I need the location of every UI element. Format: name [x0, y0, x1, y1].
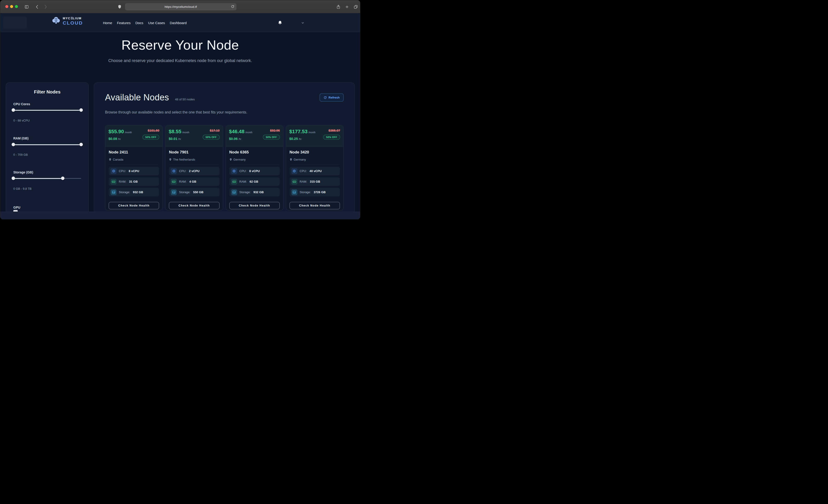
- node-card[interactable]: $46.48/month $0.06/hr $92.96 50% OFF Nod…: [226, 125, 283, 210]
- node-details: Node 7901 The Netherlands CPU:2 vCPU RAM…: [165, 147, 223, 210]
- cpu-icon: [171, 168, 177, 174]
- cpu-icon: [111, 168, 117, 174]
- discount-badge: 50% OFF: [203, 135, 220, 140]
- node-location: Germany: [234, 158, 246, 161]
- refresh-button[interactable]: Refresh: [320, 93, 343, 101]
- node-pricing: $55.90/month $0.08/hr $101.80 50% OFF: [105, 125, 162, 147]
- nodes-count: 48 of 50 nodes: [175, 98, 195, 101]
- storage-spec-row: Storage:550 GB: [169, 188, 219, 197]
- storage-filter-label: Storage (GB): [13, 170, 33, 174]
- chevron-down-icon[interactable]: [301, 13, 304, 32]
- ram-value: 62 GB: [250, 180, 258, 183]
- storage-icon: [291, 189, 297, 195]
- storage-range-text: 0 GB - 9.8 TB: [13, 187, 32, 191]
- per-hour-label: /hr: [118, 138, 121, 140]
- per-hour-label: /hr: [299, 138, 301, 140]
- ram-spec-row: RAM:315 GB: [290, 177, 340, 186]
- screenshot-stage: https://myceliumcloud.tf: [0, 0, 360, 219]
- browser-window: https://myceliumcloud.tf: [0, 0, 360, 219]
- bell-icon[interactable]: [278, 13, 282, 32]
- storage-range-slider[interactable]: [13, 176, 81, 180]
- stylized-e-glyph: [71, 17, 73, 19]
- navbar-ghost-block: [3, 16, 27, 29]
- node-pricing: $46.48/month $0.06/hr $92.96 50% OFF: [226, 125, 283, 147]
- ram-icon: [111, 179, 117, 185]
- close-window-button[interactable]: [5, 5, 8, 8]
- nav-link-home[interactable]: Home: [103, 21, 112, 25]
- ram-spec-row: RAM:31 GB: [109, 177, 159, 186]
- ram-range-text: 0 - 709 GB: [13, 153, 28, 157]
- node-location: Germany: [294, 158, 306, 161]
- storage-value: 550 GB: [193, 191, 203, 194]
- brand-name-top: MYCLIUM: [63, 17, 83, 20]
- cpu-slider-max-handle[interactable]: [80, 109, 83, 112]
- check-node-health-button[interactable]: Check Node Health: [230, 202, 280, 209]
- share-icon[interactable]: [335, 0, 341, 13]
- discount-badge: 50% OFF: [142, 135, 160, 140]
- nodes-panel-header: Available Nodes 48 of 50 nodes Refresh: [105, 93, 343, 102]
- storage-slider-min-handle[interactable]: [12, 177, 15, 180]
- nav-links: Home Features Docs Use Cases Dashboard: [103, 13, 187, 32]
- sidebar-icon[interactable]: [23, 0, 30, 13]
- per-month-label: /month: [308, 131, 316, 134]
- check-node-health-button[interactable]: Check Node Health: [169, 202, 219, 209]
- check-node-health-button[interactable]: Check Node Health: [109, 202, 159, 209]
- storage-value: 3726 GB: [314, 191, 326, 194]
- browser-toolbar: https://myceliumcloud.tf: [0, 0, 360, 13]
- refresh-icon: [324, 96, 327, 99]
- nav-link-use-cases[interactable]: Use Cases: [148, 21, 165, 25]
- check-node-health-button[interactable]: Check Node Health: [290, 202, 340, 209]
- nav-link-features[interactable]: Features: [117, 21, 130, 25]
- price-hourly: $0.25: [289, 137, 298, 140]
- ram-slider-min-handle[interactable]: [12, 143, 15, 146]
- cpu-value: 8 vCPU: [249, 169, 260, 173]
- node-details: Node 2411 Canada CPU:8 vCPU RAM:31 GB St…: [105, 147, 162, 210]
- price-original: $92.96: [270, 129, 280, 132]
- storage-value: 932 GB: [133, 191, 143, 194]
- new-tab-icon[interactable]: [344, 0, 350, 13]
- cpu-range-slider[interactable]: [13, 108, 81, 112]
- node-card[interactable]: $55.90/month $0.08/hr $101.80 50% OFF No…: [105, 125, 163, 210]
- price-monthly: $55.90: [109, 129, 124, 134]
- price-hourly: $0.08: [109, 137, 117, 140]
- storage-icon: [111, 189, 117, 195]
- ram-value: 31 GB: [129, 180, 138, 183]
- cpu-filter-label: CPU Cores: [13, 102, 30, 106]
- node-name: Node 7901: [169, 150, 219, 155]
- node-card[interactable]: $8.55/month $0.01/hr $17.10 50% OFF Node…: [165, 125, 223, 210]
- ram-value: 4 GB: [190, 180, 196, 183]
- nav-link-dashboard[interactable]: Dashboard: [170, 21, 187, 25]
- nodes-panel-title: Available Nodes: [105, 93, 169, 102]
- ram-range-slider[interactable]: [13, 143, 81, 146]
- forward-icon[interactable]: [43, 0, 48, 13]
- node-card[interactable]: $177.53/month $0.25/hr $355.07 50% OFF N…: [286, 125, 343, 210]
- address-bar[interactable]: https://myceliumcloud.tf: [125, 3, 237, 10]
- per-month-label: /month: [125, 131, 132, 134]
- ram-slider-max-handle[interactable]: [80, 143, 83, 146]
- back-icon[interactable]: [34, 0, 40, 13]
- ram-spec-row: RAM:4 GB: [169, 177, 219, 186]
- per-month-label: /month: [182, 131, 190, 134]
- price-original: $17.10: [210, 129, 220, 132]
- brand-logo[interactable]: MYCLIUM CLOUD: [51, 16, 83, 26]
- ram-spec-row: RAM:62 GB: [230, 177, 280, 186]
- reload-icon[interactable]: [231, 5, 235, 9]
- discount-badge: 50% OFF: [263, 135, 280, 140]
- site-navbar: MYCLIUM CLOUD Home Features Docs Use Cas…: [0, 13, 360, 32]
- minimize-window-button[interactable]: [10, 5, 13, 8]
- tabs-icon[interactable]: [353, 0, 359, 13]
- node-name: Node 6365: [230, 150, 280, 155]
- node-details: Node 6365 Germany CPU:8 vCPU RAM:62 GB S…: [226, 147, 283, 210]
- window-controls[interactable]: [5, 5, 18, 8]
- shield-icon[interactable]: [117, 0, 122, 13]
- nav-link-docs[interactable]: Docs: [135, 21, 143, 25]
- node-pricing: $177.53/month $0.25/hr $355.07 50% OFF: [286, 125, 343, 147]
- slider-fill: [13, 144, 81, 145]
- zoom-window-button[interactable]: [15, 5, 18, 8]
- node-details: Node 3420 Germany CPU:40 vCPU RAM:315 GB…: [286, 147, 343, 210]
- cpu-slider-min-handle[interactable]: [12, 109, 15, 112]
- node-location: Canada: [113, 158, 123, 161]
- storage-slider-max-handle[interactable]: [61, 177, 65, 180]
- per-hour-label: /hr: [178, 138, 181, 140]
- filter-panel: Filter Nodes CPU Cores 0 - 88 vCPU RAM (…: [6, 82, 89, 219]
